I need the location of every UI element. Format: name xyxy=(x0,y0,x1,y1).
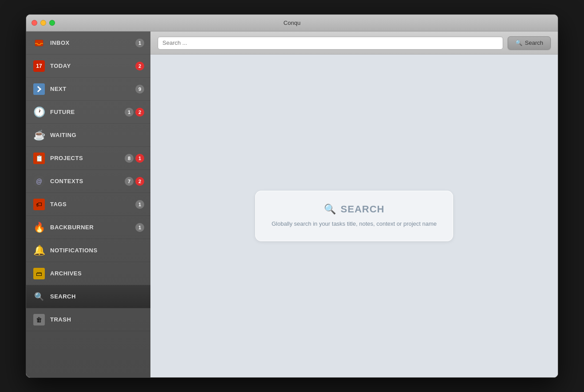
sidebar-label-notifications: NOTIFICATIONS xyxy=(50,247,144,254)
badge-gray-inbox: 1 xyxy=(135,39,144,47)
search-button[interactable]: 🔍 Search xyxy=(508,36,551,50)
sidebar-item-today[interactable]: 17TODAY2 xyxy=(26,55,150,78)
badge-container-next: 9 xyxy=(135,85,144,94)
search-button-label: Search xyxy=(525,39,543,46)
next-icon xyxy=(32,82,46,96)
waiting-icon: ☕ xyxy=(32,129,46,142)
sidebar-label-waiting: WAITING xyxy=(50,132,144,138)
search-card-icon: 🔍 xyxy=(324,204,336,215)
sidebar-item-waiting[interactable]: ☕WAITING xyxy=(26,124,150,147)
sidebar-label-tags: TAGS xyxy=(50,201,135,208)
main-content: 🔍 SEARCH Globally search in your tasks t… xyxy=(150,55,558,377)
sidebar-item-trash[interactable]: 🗑TRASH xyxy=(26,308,150,331)
sidebar-label-archives: ARCHIVES xyxy=(50,270,144,277)
today-icon: 17 xyxy=(32,59,46,73)
projects-icon: 📋 xyxy=(32,152,46,165)
window-title: Conqu xyxy=(284,20,300,26)
badge-container-tags: 1 xyxy=(135,200,144,209)
search-toolbar: 🔍 Search xyxy=(150,31,558,55)
sidebar-item-notifications[interactable]: 🔔NOTIFICATIONS xyxy=(26,239,150,262)
badge-container-projects: 81 xyxy=(125,154,144,163)
sidebar-label-backburner: BACKBURNER xyxy=(50,224,135,231)
sidebar-label-trash: TRASH xyxy=(50,316,144,323)
sidebar-item-next[interactable]: NEXT9 xyxy=(26,78,150,101)
search-card-title-text: SEARCH xyxy=(341,204,385,215)
sidebar: INBOX117TODAY2 NEXT9🕐FUTURE12☕WAITING📋PR… xyxy=(26,31,150,377)
sidebar-label-next: NEXT xyxy=(50,86,135,92)
sidebar-label-future: FUTURE xyxy=(50,109,125,115)
sidebar-item-search[interactable]: 🔍SEARCH xyxy=(26,285,150,308)
svg-rect-0 xyxy=(35,40,43,46)
badge-red-today: 2 xyxy=(135,62,144,71)
titlebar: Conqu xyxy=(26,15,558,31)
search-card-description: Globally search in your tasks title, not… xyxy=(272,220,437,228)
maximize-button[interactable] xyxy=(49,20,55,26)
sidebar-label-search: SEARCH xyxy=(50,293,144,300)
search-card: 🔍 SEARCH Globally search in your tasks t… xyxy=(255,191,453,241)
trash-icon: 🗑 xyxy=(32,313,46,326)
window-controls xyxy=(32,20,55,26)
sidebar-item-backburner[interactable]: 🔥BACKBURNER1 xyxy=(26,216,150,239)
backburner-icon: 🔥 xyxy=(32,221,46,234)
sidebar-label-contexts: CONTEXTS xyxy=(50,178,125,184)
search-input-wrapper xyxy=(158,36,503,50)
inbox-icon xyxy=(32,36,46,50)
search-icon: 🔍 xyxy=(515,39,522,46)
badge-container-inbox: 1 xyxy=(135,39,144,47)
sidebar-item-contexts[interactable]: @CONTEXTS72 xyxy=(26,170,150,193)
badge-gray-contexts: 7 xyxy=(125,177,134,186)
sidebar-item-inbox[interactable]: INBOX1 xyxy=(26,31,150,55)
sidebar-item-archives[interactable]: 🗃ARCHIVES xyxy=(26,262,150,285)
sidebar-item-tags[interactable]: 🏷TAGS1 xyxy=(26,193,150,216)
badge-gray-projects: 8 xyxy=(125,154,134,163)
search-card-header: 🔍 SEARCH xyxy=(324,204,385,215)
search-icon: 🔍 xyxy=(32,290,46,303)
future-icon: 🕐 xyxy=(32,106,46,119)
sidebar-label-inbox: INBOX xyxy=(50,39,135,46)
badge-red-contexts: 2 xyxy=(135,177,144,186)
minimize-button[interactable] xyxy=(40,20,46,26)
content-area: 🔍 Search 🔍 SEARCH Globally search in you… xyxy=(150,31,558,377)
tags-icon: 🏷 xyxy=(32,198,46,211)
sidebar-item-projects[interactable]: 📋PROJECTS81 xyxy=(26,147,150,170)
notifications-icon: 🔔 xyxy=(32,244,46,257)
badge-red-future: 2 xyxy=(135,108,144,117)
sidebar-label-projects: PROJECTS xyxy=(50,155,125,161)
badge-gray-tags: 1 xyxy=(135,200,144,209)
close-button[interactable] xyxy=(32,20,37,26)
badge-container-today: 2 xyxy=(135,62,144,71)
search-input[interactable] xyxy=(158,36,503,50)
sidebar-label-today: TODAY xyxy=(50,63,135,69)
sidebar-item-future[interactable]: 🕐FUTURE12 xyxy=(26,101,150,124)
app-window: Conqu INBOX117TODAY2 NEXT9🕐FUTURE12☕WAIT… xyxy=(26,14,558,378)
badge-red-projects: 1 xyxy=(135,154,144,163)
badge-container-future: 12 xyxy=(125,108,144,117)
badge-gray-backburner: 1 xyxy=(135,223,144,232)
badge-gray-future: 1 xyxy=(125,108,134,117)
main-layout: INBOX117TODAY2 NEXT9🕐FUTURE12☕WAITING📋PR… xyxy=(26,31,558,377)
archives-icon: 🗃 xyxy=(32,267,46,280)
contexts-icon: @ xyxy=(32,175,46,188)
badge-gray-next: 9 xyxy=(135,85,144,94)
badge-container-contexts: 72 xyxy=(125,177,144,186)
badge-container-backburner: 1 xyxy=(135,223,144,232)
